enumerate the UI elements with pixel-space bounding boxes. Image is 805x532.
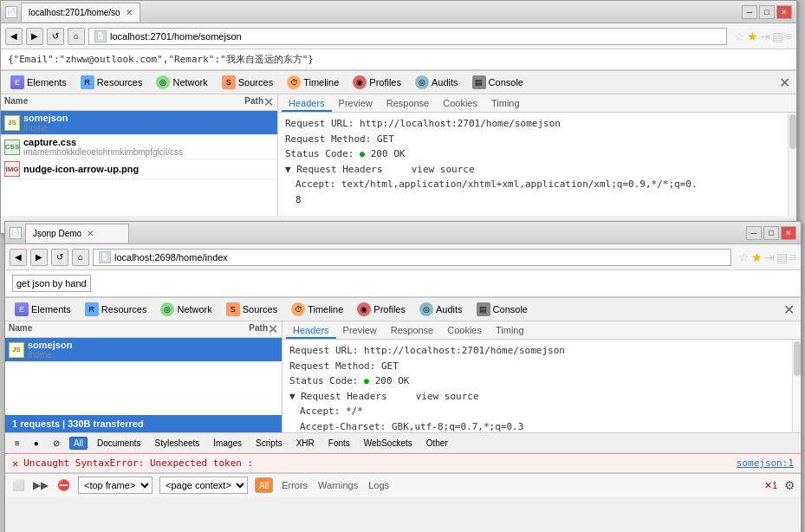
tab-timing-2[interactable]: Timing	[489, 323, 531, 339]
tab-headers-2[interactable]: Headers	[286, 323, 336, 339]
devtools-elements-2[interactable]: E Elements	[9, 299, 77, 320]
filter-documents-btn[interactable]: Documents	[93, 437, 146, 450]
tab-cookies-2[interactable]: Cookies	[440, 323, 489, 339]
address-bar-2[interactable]: 📄 localhost:2698/home/index	[93, 249, 731, 266]
devtools-timeline-1[interactable]: ⏱ Timeline	[281, 72, 345, 93]
maximize-btn-2[interactable]: □	[763, 226, 779, 240]
tab-preview-1[interactable]: Preview	[332, 96, 380, 112]
browser-tab-1[interactable]: localhost:2701/home/so ✕	[21, 3, 140, 22]
filter-all-btn[interactable]: All	[69, 437, 88, 450]
scrollbar-2[interactable]	[792, 340, 801, 432]
filter-xhr-btn[interactable]: XHR	[292, 437, 319, 450]
filter-other-btn[interactable]: Other	[422, 437, 452, 450]
errors-filter-btn[interactable]: Errors	[280, 480, 309, 490]
home-btn-1[interactable]: ⌂	[68, 28, 85, 45]
req-line-4: ▼ Request Headers view source	[285, 162, 781, 178]
error-count-num: 1	[772, 480, 777, 490]
refresh-btn-1[interactable]: ↺	[47, 28, 64, 45]
filter-stylesheets-btn[interactable]: Stylesheets	[151, 437, 204, 450]
back-btn-2[interactable]: ◀	[10, 249, 27, 266]
maximize-btn-1[interactable]: □	[759, 5, 775, 19]
address-bar-1[interactable]: 📄 localhost:2701/home/somejson	[88, 28, 727, 45]
tab-response-2[interactable]: Response	[384, 323, 441, 339]
devtools-close-2[interactable]: ✕	[780, 302, 797, 318]
devtools-close-1[interactable]: ✕	[776, 75, 793, 91]
arrow-icon-1[interactable]: ⇥	[760, 29, 770, 43]
filter-lines-btn[interactable]: ≡	[10, 437, 24, 450]
layout-icon-2[interactable]: ▤	[776, 250, 788, 264]
devtools-elements-1[interactable]: E Elements	[4, 72, 73, 93]
devtools-audits-1[interactable]: ◎ Audits	[409, 72, 464, 93]
tab-timing-1[interactable]: Timing	[484, 96, 527, 112]
audits-icon-1: ◎	[415, 75, 429, 89]
console-block-icon[interactable]: ⛔	[55, 477, 71, 493]
menu-icon-1[interactable]: ≡	[785, 29, 792, 43]
filter-dot-btn[interactable]: ●	[29, 437, 43, 450]
browser-tab-2[interactable]: Jsonp Demo ✕	[25, 224, 129, 243]
filter-websockets-btn[interactable]: WebSockets	[360, 437, 417, 450]
devtools-resources-2[interactable]: R Resources	[79, 299, 153, 320]
resources-label-1: Resources	[97, 77, 143, 88]
forward-btn-1[interactable]: ▶	[26, 28, 43, 45]
menu-icon-2[interactable]: ≡	[789, 250, 796, 264]
minimize-btn-1[interactable]: ─	[742, 5, 757, 19]
refresh-btn-2[interactable]: ↺	[51, 249, 68, 266]
console-expand-icon[interactable]: ▶▶	[33, 477, 49, 493]
list-item[interactable]: JS somejson /home	[1, 111, 277, 135]
bookmark-icon-1[interactable]: ★	[747, 29, 758, 43]
list-item[interactable]: IMG nudge-icon-arrow-up.png	[1, 159, 277, 179]
devtools-console-1[interactable]: ▤ Console	[466, 72, 529, 93]
logs-filter-btn[interactable]: Logs	[367, 480, 391, 490]
error-link[interactable]: somejson:1	[737, 457, 794, 469]
devtools-console-2[interactable]: ▤ Console	[471, 299, 534, 320]
elements-icon-1: E	[10, 75, 24, 89]
forward-btn-2[interactable]: ▶	[30, 249, 48, 266]
devtools-network-1[interactable]: ◎ Network	[150, 72, 213, 93]
devtools-bar-1: E Elements R Resources ◎ Network S Sourc…	[1, 70, 796, 94]
bookmark-icon-2[interactable]: ★	[751, 250, 763, 264]
tab-preview-2[interactable]: Preview	[336, 323, 384, 339]
tab-close-2[interactable]: ✕	[87, 229, 94, 238]
frame-select[interactable]: <top frame>	[78, 477, 153, 494]
arrow-icon-2[interactable]: ⇥	[764, 250, 775, 264]
list-item[interactable]: JS somejson /home	[5, 338, 282, 362]
devtools-sources-2[interactable]: S Sources	[220, 299, 283, 320]
left-panel-2: Name Path ✕ JS somejson /home 1 requests…	[5, 321, 282, 432]
close-btn-1[interactable]: ✕	[776, 5, 792, 19]
minimize-btn-2[interactable]: ─	[746, 226, 762, 240]
scrollbar-1[interactable]	[788, 113, 796, 216]
context-select[interactable]: <page context>	[159, 477, 248, 494]
right-panel-2: Headers Preview Response Cookies Timing …	[282, 321, 801, 432]
filter-scripts-btn[interactable]: Scripts	[251, 437, 287, 450]
panel-close-2[interactable]: ✕	[268, 323, 278, 335]
devtools-timeline-2[interactable]: ⏱ Timeline	[285, 299, 349, 320]
tab-headers-1[interactable]: Headers	[282, 96, 332, 112]
devtools-sources-1[interactable]: S Sources	[216, 72, 279, 93]
tab-response-1[interactable]: Response	[380, 96, 437, 112]
home-btn-2[interactable]: ⌂	[72, 249, 89, 266]
devtools-audits-2[interactable]: ◎ Audits	[413, 299, 469, 320]
filter-fonts-btn[interactable]: Fonts	[324, 437, 354, 450]
scrollbar-thumb-2	[794, 341, 801, 376]
layout-icon-1[interactable]: ▤	[772, 29, 783, 43]
file-name-1: somejson	[23, 113, 68, 123]
close-btn-2[interactable]: ✕	[781, 226, 796, 240]
filter-all-pill[interactable]: All	[255, 477, 273, 493]
warnings-filter-btn[interactable]: Warnings	[316, 480, 360, 490]
devtools-resources-1[interactable]: R Resources	[75, 72, 149, 93]
back-btn-1[interactable]: ◀	[5, 28, 23, 45]
star-icon-1[interactable]: ☆	[734, 29, 745, 43]
gear-icon-btn[interactable]: ⚙	[784, 478, 795, 492]
tab-close-1[interactable]: ✕	[126, 8, 133, 17]
filter-images-btn[interactable]: Images	[209, 437, 246, 450]
console-dock-icon[interactable]: ⬜	[10, 477, 26, 493]
list-item[interactable]: CSS capture.css imamemhokkdleoelohnmkimb…	[1, 135, 277, 159]
devtools-network-2[interactable]: ◎ Network	[154, 299, 217, 320]
get-json-btn[interactable]: get json by hand	[12, 275, 91, 292]
devtools-profiles-2[interactable]: ◉ Profiles	[351, 299, 412, 320]
star-icon-2[interactable]: ☆	[738, 250, 750, 264]
panel-close-1[interactable]: ✕	[263, 96, 274, 108]
tab-cookies-1[interactable]: Cookies	[436, 96, 484, 112]
devtools-profiles-1[interactable]: ◉ Profiles	[347, 72, 407, 93]
filter-circle-btn[interactable]: ⊘	[49, 437, 64, 450]
